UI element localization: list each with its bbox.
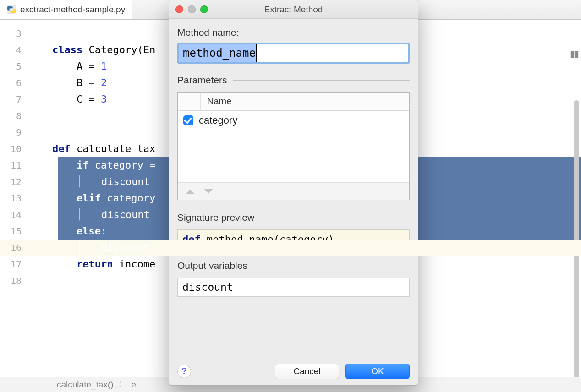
line-number: 3 xyxy=(0,25,32,42)
ok-button[interactable]: OK xyxy=(345,364,410,379)
breadcrumb-item[interactable]: e... xyxy=(132,380,143,390)
line-number: 18 xyxy=(0,272,32,289)
close-window-icon[interactable] xyxy=(175,5,183,13)
line-number: 13 xyxy=(0,190,32,207)
breadcrumb-item[interactable]: calculate_tax() xyxy=(57,380,114,390)
divider xyxy=(253,266,410,266)
divider xyxy=(233,80,410,81)
code-line: if category = xyxy=(32,157,581,174)
line-number-gutter: 3 4 5 6 7 8 9 10 11 12 13 14 15 16 17 18 xyxy=(0,20,32,381)
method-name-input-wrap: method_name xyxy=(177,43,410,64)
python-file-icon xyxy=(6,5,16,15)
method-name-label: Method name: xyxy=(177,27,410,38)
cancel-button[interactable]: Cancel xyxy=(275,364,339,379)
line-number: 7 xyxy=(0,91,32,108)
output-variables-label: Output variables xyxy=(177,260,247,271)
line-number: 11 xyxy=(0,157,32,174)
code-line: else: xyxy=(32,223,581,240)
line-number: 9 xyxy=(0,124,32,141)
parameters-header: Name xyxy=(178,93,409,111)
output-variables: discount xyxy=(177,278,410,297)
line-number: 17 xyxy=(0,256,32,272)
tab-filename: exctract-method-sample.py xyxy=(20,5,125,15)
minimize-window-icon xyxy=(188,5,196,13)
parameter-checkbox[interactable] xyxy=(183,115,193,125)
parameters-label: Parameters xyxy=(177,75,227,86)
line-number: 16 xyxy=(0,240,32,256)
code-line: │ discount xyxy=(32,240,581,256)
code-line: │ discount xyxy=(32,174,581,190)
line-number: 14 xyxy=(0,207,32,223)
method-name-input[interactable]: method_name xyxy=(179,44,408,62)
parameter-row[interactable]: category xyxy=(178,111,409,130)
editor-tab[interactable]: exctract-method-sample.py xyxy=(0,0,132,19)
line-number: 5 xyxy=(0,58,32,75)
line-number: 12 xyxy=(0,174,32,190)
line-number: 15 xyxy=(0,223,32,240)
code-line: elif category xyxy=(32,190,581,207)
parameter-name: category xyxy=(199,114,237,126)
line-number: 6 xyxy=(0,75,32,91)
chevron-right-icon: 〉 xyxy=(118,379,127,391)
dialog-titlebar[interactable]: Extract Method xyxy=(169,0,418,19)
zoom-window-icon[interactable] xyxy=(200,5,208,13)
checkbox-column xyxy=(178,93,201,110)
line-number: 4 xyxy=(0,42,32,58)
line-number: 10 xyxy=(0,141,32,157)
dialog-footer: ? Cancel OK xyxy=(169,357,418,385)
code-line: │ discount xyxy=(32,207,581,223)
line-number: 8 xyxy=(0,108,32,124)
name-column-header: Name xyxy=(201,96,231,107)
window-controls xyxy=(169,5,208,13)
help-button[interactable]: ? xyxy=(177,365,191,378)
